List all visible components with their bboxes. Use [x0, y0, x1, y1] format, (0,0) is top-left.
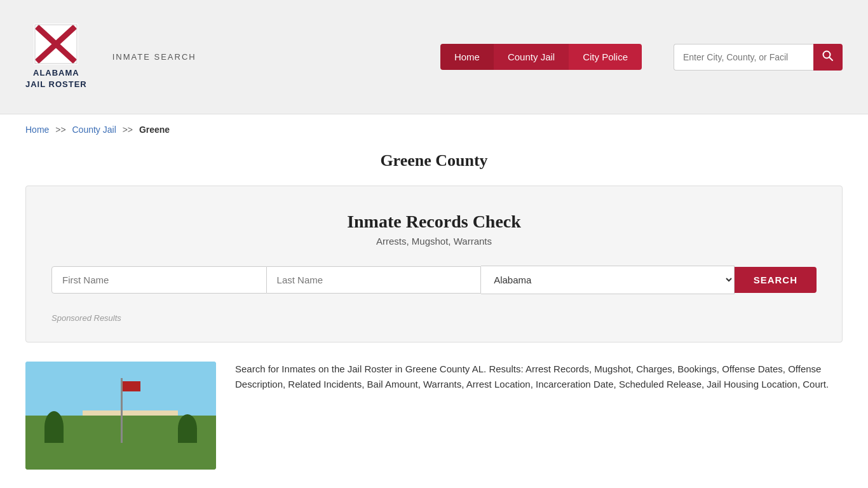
main-nav: Home County Jail City Police	[440, 44, 642, 70]
bottom-section: Search for Inmates on the Jail Roster in…	[0, 362, 868, 488]
inmate-search-button[interactable]: SEARCH	[735, 267, 817, 293]
page-title: Greene County	[25, 151, 843, 170]
breadcrumb-sep-2: >>	[123, 125, 133, 135]
inmate-search-form: Alabama Alaska Arizona Arkansas Californ…	[51, 266, 817, 294]
image-flag	[123, 381, 140, 391]
logo-text: ALABAMA JAIL ROSTER	[25, 67, 87, 90]
records-subtitle: Arrests, Mugshot, Warrants	[51, 236, 817, 247]
site-header: ALABAMA JAIL ROSTER INMATE SEARCH Home C…	[0, 0, 868, 114]
nav-city-police-button[interactable]: City Police	[569, 44, 642, 70]
first-name-input[interactable]	[51, 266, 267, 294]
breadcrumb-sep-1: >>	[55, 125, 65, 135]
header-search-button[interactable]	[813, 44, 843, 71]
records-title: Inmate Records Check	[51, 212, 817, 232]
records-check-box: Inmate Records Check Arrests, Mugshot, W…	[25, 186, 843, 342]
page-title-area: Greene County	[0, 145, 868, 186]
sponsored-label: Sponsored Results	[51, 313, 817, 323]
image-tree-left	[44, 411, 64, 443]
header-search-area	[674, 44, 843, 71]
logo-link[interactable]: ALABAMA JAIL ROSTER	[25, 24, 87, 90]
county-image	[25, 362, 216, 470]
header-search-input[interactable]	[674, 44, 813, 71]
inmate-search-label: INMATE SEARCH	[112, 52, 196, 62]
breadcrumb: Home >> County Jail >> Greene	[0, 114, 868, 145]
breadcrumb-county-jail-link[interactable]: County Jail	[72, 125, 116, 135]
last-name-input[interactable]	[267, 266, 482, 294]
county-description: Search for Inmates on the Jail Roster in…	[235, 362, 843, 392]
breadcrumb-current: Greene	[139, 125, 170, 135]
nav-county-jail-button[interactable]: County Jail	[494, 44, 569, 70]
image-tree-right	[178, 414, 197, 443]
breadcrumb-home-link[interactable]: Home	[25, 125, 49, 135]
alabama-flag-icon	[34, 24, 78, 65]
search-icon	[822, 50, 834, 62]
state-select[interactable]: Alabama Alaska Arizona Arkansas Californ…	[481, 266, 735, 294]
svg-line-5	[830, 57, 833, 60]
nav-home-button[interactable]: Home	[440, 44, 494, 70]
